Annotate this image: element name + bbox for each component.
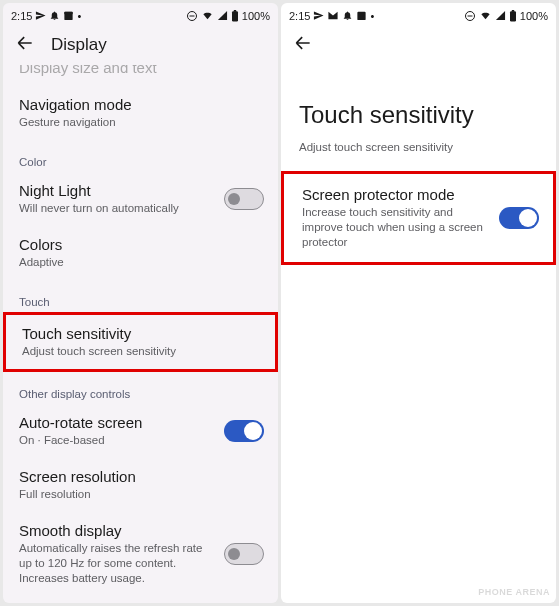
item-title: Screen protector mode xyxy=(302,186,493,203)
item-title: Smooth display xyxy=(19,522,218,539)
item-sub: Automatically raises the refresh rate up… xyxy=(19,541,218,586)
svg-rect-4 xyxy=(232,11,238,21)
signal-icon xyxy=(217,10,228,21)
status-left: 2:15 • xyxy=(11,10,81,22)
dot-icon: • xyxy=(370,10,374,22)
toggle-screen-protector[interactable] xyxy=(499,207,539,229)
item-title: Colors xyxy=(19,236,262,253)
mail-icon xyxy=(327,10,339,21)
item-title: Touch sensitivity xyxy=(22,325,259,342)
item-colors[interactable]: Colors Adaptive xyxy=(3,226,278,280)
svg-rect-5 xyxy=(234,10,236,12)
item-navigation-mode[interactable]: Navigation mode Gesture navigation xyxy=(3,86,278,140)
item-sub: On · Face-based xyxy=(19,433,218,448)
status-bar: 2:15 • 100% xyxy=(281,3,556,25)
svg-rect-6 xyxy=(358,12,366,20)
item-sub: Adaptive xyxy=(19,255,262,270)
appbar xyxy=(281,25,556,65)
cutoff-item: Display size and text xyxy=(3,65,278,86)
bell-icon xyxy=(342,10,353,21)
phone-right: 2:15 • 100% Touch sensitivity Adjust tou… xyxy=(281,3,556,603)
dnd-icon xyxy=(186,10,198,22)
status-right: 100% xyxy=(186,10,270,22)
item-title: Night Light xyxy=(19,182,218,199)
phone-left: 2:15 • 100% Display Display size and tex… xyxy=(3,3,278,603)
item-touch-sensitivity[interactable]: Touch sensitivity Adjust touch screen se… xyxy=(3,312,278,372)
clock: 2:15 xyxy=(11,10,32,22)
item-title: Navigation mode xyxy=(19,96,262,113)
page-subtitle: Adjust touch screen sensitivity xyxy=(281,135,556,171)
page-title: Touch sensitivity xyxy=(281,65,556,135)
battery-pct: 100% xyxy=(242,10,270,22)
back-button[interactable] xyxy=(293,33,313,57)
section-color: Color xyxy=(3,140,278,172)
status-bar: 2:15 • 100% xyxy=(3,3,278,25)
item-title: Screen resolution xyxy=(19,468,262,485)
toggle-auto-rotate[interactable] xyxy=(224,420,264,442)
section-touch: Touch xyxy=(3,280,278,312)
page-title: Display xyxy=(51,35,107,55)
item-auto-rotate[interactable]: Auto-rotate screen On · Face-based xyxy=(3,404,278,458)
clock: 2:15 xyxy=(289,10,310,22)
item-smooth-display[interactable]: Smooth display Automatically raises the … xyxy=(3,512,278,596)
item-resolution[interactable]: Screen resolution Full resolution xyxy=(3,458,278,512)
signal-icon xyxy=(495,10,506,21)
svg-rect-10 xyxy=(512,10,514,12)
send-icon xyxy=(35,10,46,21)
calendar-icon xyxy=(63,10,74,21)
bell-icon xyxy=(49,10,60,21)
item-title: Auto-rotate screen xyxy=(19,414,218,431)
calendar-icon xyxy=(356,10,367,21)
wifi-icon xyxy=(479,10,492,21)
svg-rect-1 xyxy=(65,12,73,14)
svg-rect-9 xyxy=(510,11,516,21)
send-icon xyxy=(313,10,324,21)
dnd-icon xyxy=(464,10,476,22)
wifi-icon xyxy=(201,10,214,21)
appbar: Display xyxy=(3,25,278,65)
section-other: Other display controls xyxy=(3,372,278,404)
back-button[interactable] xyxy=(15,33,35,57)
item-sub: Gesture navigation xyxy=(19,115,262,130)
status-right: 100% xyxy=(464,10,548,22)
item-screen-protector-mode[interactable]: Screen protector mode Increase touch sen… xyxy=(281,171,556,265)
status-left: 2:15 • xyxy=(289,10,374,22)
toggle-smooth-display[interactable] xyxy=(224,543,264,565)
battery-pct: 100% xyxy=(520,10,548,22)
battery-icon xyxy=(231,10,239,22)
item-night-light[interactable]: Night Light Will never turn on automatic… xyxy=(3,172,278,226)
item-sub: Increase touch sensitivity and improve t… xyxy=(302,205,493,250)
dot-icon: • xyxy=(77,10,81,22)
item-sub: Full resolution xyxy=(19,487,262,502)
item-sub: Will never turn on automatically xyxy=(19,201,218,216)
item-sub: Adjust touch screen sensitivity xyxy=(22,344,259,359)
battery-icon xyxy=(509,10,517,22)
watermark: PHONE ARENA xyxy=(478,587,550,597)
settings-list[interactable]: Display size and text Navigation mode Ge… xyxy=(3,65,278,603)
toggle-night-light[interactable] xyxy=(224,188,264,210)
